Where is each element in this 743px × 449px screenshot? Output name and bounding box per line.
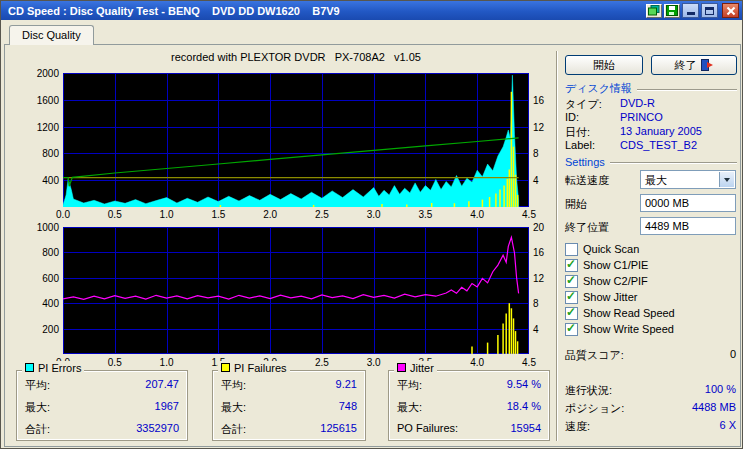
position-row: ポジション: 4488 MB [565,401,736,414]
titlebar-buttons [646,3,739,18]
dropdown-arrow-button[interactable] [719,172,734,187]
tab-panel: recorded with PLEXTOR DVDR PX-708A2 v1.0… [4,44,741,447]
checkbox-show-c2-pif[interactable]: ✓ Show C2/PIF [565,274,648,288]
copy-chart-button[interactable] [646,4,662,18]
checkbox-quick-scan[interactable]: ✓ Quick Scan [565,242,639,256]
check-icon: ✓ [566,259,576,270]
disc-info-row: ID:PRINCO [565,111,737,124]
checkbox-show-write-speed[interactable]: ✓ Show Write Speed [565,322,674,336]
clipboard-copy-icon [648,5,660,16]
stat-value: 207.47 [145,378,179,391]
stat-value: 9.54 % [507,378,541,391]
progress-row: 進行状況: 100 % [565,383,736,396]
checkbox-show-c1-pie[interactable]: ✓ Show C1/PIE [565,258,648,272]
axis-tick-label: 4 [533,175,563,186]
vertical-separator [556,51,558,441]
checkbox-show-jitter[interactable]: ✓ Show Jitter [565,290,637,304]
checkbox-box: ✓ [565,323,578,336]
stat-label: PO Failures: [397,422,458,435]
check-icon: ✓ [566,275,576,286]
tab-disc-quality[interactable]: Disc Quality [9,25,94,45]
quality-score-value: 0 [730,348,736,361]
speed-row: 速度: 6 X [565,419,736,432]
axis-tick-label: 1000 [17,222,59,233]
disc-info-header: ディスク情報 [565,82,737,95]
stat-label: 合計: [25,422,50,435]
stat-label: 最大: [25,400,50,413]
end-position-input[interactable] [640,217,736,235]
axis-tick-label: 20 [533,222,563,233]
stat-label: 平均: [397,378,422,391]
jitter-stats-box: 平均:9.54 % 最大:18.4 % PO Failures:15954 [388,370,550,441]
stat-value: 125615 [320,422,357,435]
axis-tick-label: 200 [17,324,59,335]
axis-tick-label: 0.0 [51,209,75,220]
check-icon: ✓ [566,307,576,318]
chevron-down-icon [724,178,730,182]
checkbox-box: ✓ [565,259,578,272]
minimize-button[interactable] [682,3,699,18]
axis-tick-label: 3.0 [362,357,386,368]
progress-value: 100 % [705,383,736,396]
app-window: CD Speed : Disc Quality Test - BENQ DVD … [0,0,743,449]
axis-tick-label: 1.5 [206,209,230,220]
axis-tick-label: 2.0 [258,209,282,220]
jitter-chart [63,227,529,354]
window-title: CD Speed : Disc Quality Test - BENQ DVD … [4,5,646,17]
start-position-label: 開始 [565,197,587,210]
axis-tick-label: 16 [533,247,563,258]
quality-score-row: 品質スコア: 0 [565,348,736,361]
axis-tick-label: 8 [533,148,563,159]
transfer-speed-select[interactable]: 最大 [640,170,736,189]
start-position-input[interactable] [640,194,736,212]
pi-errors-swatch [25,363,34,372]
start-test-button[interactable]: 開始 [565,55,643,75]
axis-tick-label: 3.0 [362,209,386,220]
exit-icon [701,59,714,71]
axis-tick-label: 12 [533,122,563,133]
axis-tick-label: 12 [533,273,563,284]
axis-tick-label: 0.5 [103,357,127,368]
transfer-speed-value: 最大 [645,173,667,188]
stat-value: 9.21 [336,378,357,391]
pi-errors-chart [63,73,529,207]
maximize-icon [705,7,714,15]
check-icon: ✓ [566,291,576,302]
stat-label: 平均: [25,378,50,391]
checkbox-box: ✓ [565,291,578,304]
axis-tick-label: 2000 [17,68,59,79]
checkbox-show-read-speed[interactable]: ✓ Show Read Speed [565,306,675,320]
checkbox-box: ✓ [565,307,578,320]
titlebar[interactable]: CD Speed : Disc Quality Test - BENQ DVD … [1,1,742,20]
tab-label: Disc Quality [22,29,81,41]
stat-label: 最大: [221,400,246,413]
pi-failures-legend: PI Failures [218,361,290,374]
checkbox-box: ✓ [565,243,578,256]
stat-label: 最大: [397,400,422,413]
jitter-legend: Jitter [394,361,437,374]
axis-tick-label: 4.0 [465,357,489,368]
disc-info-row: Label:CDS_TEST_B2 [565,139,737,152]
pi-failures-stats-box: 平均:9.21 最大:748 合計:125615 [212,370,366,441]
axis-tick-label: 2.5 [310,357,334,368]
axis-tick-label: 0.5 [103,209,127,220]
minimize-icon [687,12,695,15]
maximize-button[interactable] [701,3,718,18]
save-chart-button[interactable] [664,4,680,18]
axis-tick-label: 800 [17,247,59,258]
stat-value: 15954 [510,422,541,435]
axis-tick-label: 1.0 [155,357,179,368]
stat-label: 合計: [221,422,246,435]
axis-tick-label: 4.5 [517,209,541,220]
check-icon: ✓ [566,323,576,334]
axis-tick-label: 400 [17,298,59,309]
exit-button[interactable]: 終了 [651,55,737,75]
axis-tick-label: 4.5 [517,357,541,368]
checkbox-box: ✓ [565,275,578,288]
settings-header: Settings [565,155,737,168]
axis-tick-label: 4.0 [465,209,489,220]
close-button[interactable] [722,3,739,18]
axis-tick-label: 8 [533,298,563,309]
pi-errors-legend: PI Errors [22,361,84,374]
stat-value: 1967 [155,400,179,413]
